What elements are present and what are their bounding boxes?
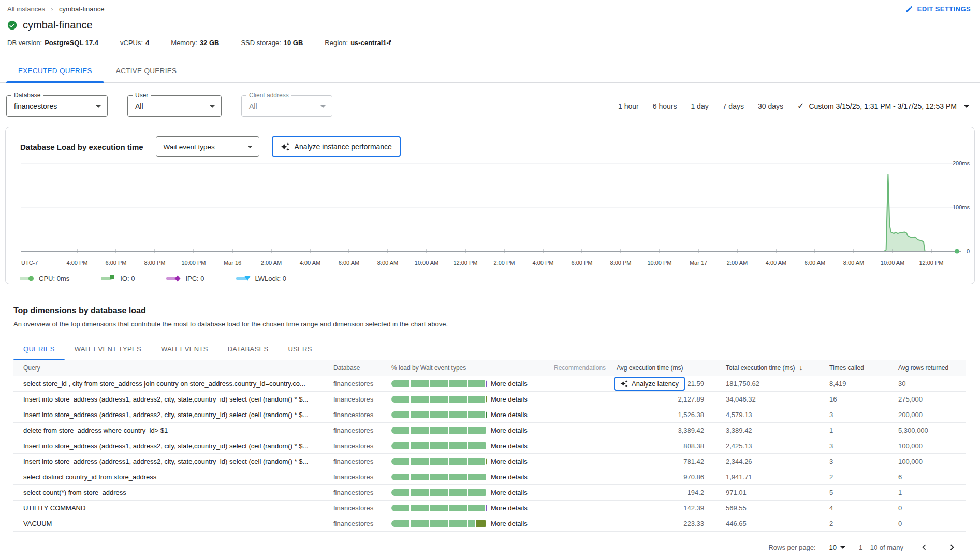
more-details-link[interactable]: More details <box>489 380 547 388</box>
more-details-link[interactable]: More details <box>489 520 547 527</box>
column-header-avg-execution-time-ms-[interactable]: Avg execution time (ms) <box>610 364 708 372</box>
time-preset-30-days[interactable]: 30 days <box>758 102 783 110</box>
more-details-link[interactable]: More details <box>489 411 547 419</box>
client-address-filter: Client address All <box>241 95 332 117</box>
time-preset-7-days[interactable]: 7 days <box>723 102 744 110</box>
database-filter-label: Database <box>11 92 43 99</box>
breadcrumb-all-instances[interactable]: All instances <box>7 5 45 13</box>
rows-per-page-select[interactable]: 10 <box>829 544 845 551</box>
avg-rows-returned-cell: 200,000 <box>895 411 966 419</box>
avg-execution-time-cell: 2,127.89 <box>610 395 708 403</box>
column-header-database[interactable]: Database <box>321 364 382 372</box>
load-bar-segment <box>430 442 448 449</box>
column-header-recommendations[interactable]: Recommendations <box>547 364 610 372</box>
query-cell[interactable]: Insert into store_address (address1, add… <box>13 395 321 403</box>
dimension-tab-databases[interactable]: DATABASES <box>218 338 279 360</box>
query-cell[interactable]: select distinct country_id from store_ad… <box>13 473 321 481</box>
avg-execution-time-cell: 1,526.38 <box>610 411 708 419</box>
check-icon: ✓ <box>797 101 804 111</box>
load-bar-cell <box>382 520 489 527</box>
avg-execution-time-cell: 970.86 <box>610 473 708 481</box>
load-bar-segment <box>391 380 409 387</box>
meta-value: PostgreSQL 17.4 <box>45 39 98 47</box>
load-bar-segment <box>430 411 448 418</box>
database-cell: financestores <box>321 380 382 388</box>
database-filter-value: financestores <box>14 102 57 110</box>
more-details-link[interactable]: More details <box>489 395 547 403</box>
total-execution-time-cell: 446.65 <box>708 520 826 527</box>
query-cell[interactable]: VACUUM <box>13 520 321 527</box>
column-header-label: Avg rows returned <box>898 364 948 372</box>
column-header-query[interactable]: Query <box>13 364 321 372</box>
time-preset-1-hour[interactable]: 1 hour <box>618 102 639 110</box>
more-details-link[interactable]: More details <box>489 426 547 434</box>
time-custom-button[interactable]: ✓ Custom 3/15/25, 1:31 PM - 3/17/25, 12:… <box>797 101 970 111</box>
query-cell[interactable]: select count(*) from store_address <box>13 489 321 496</box>
dimension-tab-wait-events[interactable]: WAIT EVENTS <box>151 338 218 360</box>
instance-meta: DB version:PostgreSQL 17.4vCPUs:4Memory:… <box>0 31 980 47</box>
column-header--load-by-wait-event-types[interactable]: % load by Wait event types <box>382 364 547 372</box>
x-tick-label: 4:00 AM <box>300 260 320 266</box>
column-header-label: Total execution time (ms) <box>726 364 795 372</box>
query-cell[interactable]: delete from store_address where country_… <box>13 426 321 434</box>
more-details-link[interactable]: More details <box>489 458 547 465</box>
dimension-tab-users[interactable]: USERS <box>278 338 321 360</box>
load-bar-segment <box>449 442 467 449</box>
total-execution-time-cell: 3,389.42 <box>708 426 826 434</box>
query-cell[interactable]: Insert into store_address (address1, add… <box>13 442 321 450</box>
query-cell[interactable]: Insert into store_address (address1, add… <box>13 458 321 465</box>
database-filter[interactable]: Database financestores <box>6 95 108 117</box>
times-called-cell: 8,419 <box>826 380 895 388</box>
avg-execution-time-value: 142.39 <box>683 504 704 512</box>
edit-settings-button[interactable]: EDIT SETTINGS <box>905 5 971 13</box>
database-load-chart[interactable]: UTC-7 4:00 PM6:00 PM8:00 PM10:00 PMMar 1… <box>6 159 974 286</box>
user-filter[interactable]: User All <box>127 95 222 117</box>
legend-item-lwlock: LWLock: 0 <box>236 274 286 282</box>
previous-page-button[interactable] <box>917 540 931 554</box>
column-header-avg-rows-returned[interactable]: Avg rows returned <box>895 364 966 372</box>
instance-meta-item: SSD storage:10 GB <box>241 39 303 47</box>
database-load-card: Database Load by execution time Wait eve… <box>5 127 975 284</box>
database-cell: financestores <box>321 442 382 450</box>
table-body: select store_id , city from store_addres… <box>13 376 966 532</box>
more-details-link[interactable]: More details <box>489 473 547 481</box>
meta-value: 10 GB <box>284 39 303 47</box>
x-tick-label: 6:00 AM <box>339 260 359 266</box>
more-details-link[interactable]: More details <box>489 442 547 450</box>
x-tick-label: 10:00 AM <box>881 260 904 266</box>
dimension-tab-queries[interactable]: QUERIES <box>13 338 65 360</box>
avg-rows-returned-cell: 0 <box>895 504 966 512</box>
analyze-instance-performance-button[interactable]: Analyze instance performance <box>272 136 401 157</box>
column-header-total-execution-time-ms-[interactable]: Total execution time (ms)↓ <box>708 364 826 372</box>
table-header: QueryDatabase% load by Wait event typesR… <box>13 360 966 376</box>
query-cell[interactable]: select store_id , city from store_addres… <box>13 380 321 388</box>
load-bar-cell <box>382 474 489 480</box>
next-page-button[interactable] <box>945 540 959 554</box>
load-bar-segment <box>449 427 467 434</box>
times-called-cell: 2 <box>826 473 895 481</box>
more-details-link[interactable]: More details <box>489 489 547 496</box>
time-preset-6-hours[interactable]: 6 hours <box>653 102 677 110</box>
square-marker-icon <box>100 274 116 282</box>
chevron-down-icon <box>840 546 845 549</box>
query-cell[interactable]: Insert into store_address (address1, add… <box>13 411 321 419</box>
load-area <box>29 174 957 251</box>
time-preset-1-day[interactable]: 1 day <box>691 102 708 110</box>
top-bar: All instances cymbal-finance EDIT SETTIN… <box>0 0 980 13</box>
load-bar-segment <box>430 520 448 527</box>
x-tick-label: Mar 16 <box>224 260 241 266</box>
meta-value: us-central1-f <box>350 39 391 47</box>
table-row: UTILITY COMMANDfinancestoresMore details… <box>13 501 966 516</box>
dimension-tab-wait-event-types[interactable]: WAIT EVENT TYPES <box>65 338 151 360</box>
user-filter-value: All <box>135 102 143 110</box>
analyze-latency-button[interactable]: Analyze latency <box>614 377 685 391</box>
x-tick-label: 10:00 PM <box>647 260 671 266</box>
column-header-times-called[interactable]: Times called <box>826 364 895 372</box>
more-details-link[interactable]: More details <box>489 504 547 512</box>
chart-dimension-select[interactable]: Wait event types <box>156 136 259 157</box>
tab-active-queries[interactable]: ACTIVE QUERIES <box>104 59 188 82</box>
tab-executed-queries[interactable]: EXECUTED QUERIES <box>6 59 104 82</box>
breadcrumb-chevron-icon <box>50 6 54 12</box>
query-cell[interactable]: UTILITY COMMAND <box>13 504 321 512</box>
x-tick-label: 6:00 PM <box>106 260 127 266</box>
